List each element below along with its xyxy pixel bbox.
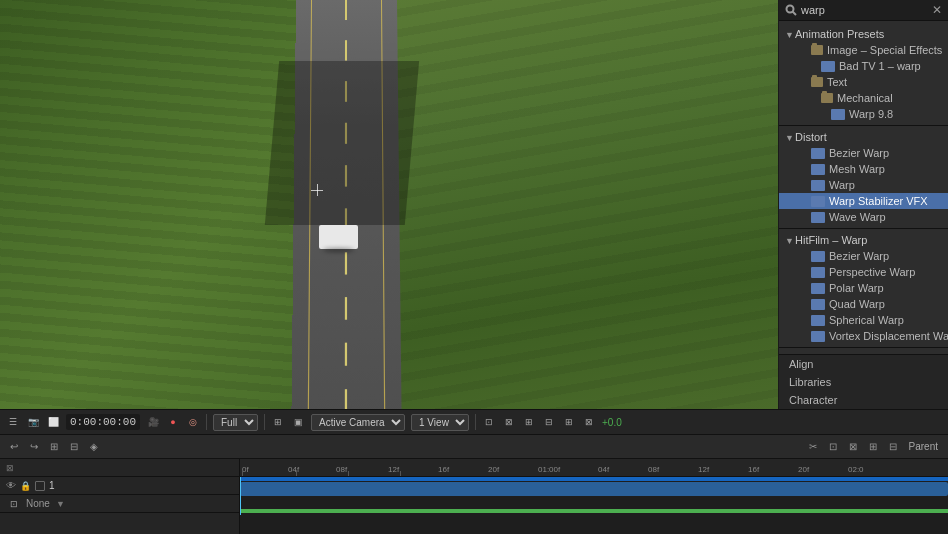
transport-icon-fit[interactable]: ⊡ [482,415,496,429]
section-hitfilm-warp: ▼ HitFilm – Warp Bezier Warp Perspective… [779,231,948,345]
tree-item-hf-vortex-warp[interactable]: Vortex Displacement Warp [779,328,948,344]
aerial-background [0,0,778,409]
transport-icon-list[interactable]: ☰ [6,415,20,429]
transport-icon-camera2[interactable]: 🎥 [146,415,160,429]
search-bar: ✕ [779,0,948,21]
folder-label: Text [827,76,847,88]
track-label-2: ⊡ None ▼ [0,495,239,513]
ruler-mark-12b: 12f [698,465,709,474]
tree-item-hf-perspective-warp[interactable]: Perspective Warp [779,264,948,280]
ruler-mark-12: 12f [388,465,399,474]
ruler-tick [296,471,297,476]
item-label: Vortex Displacement Warp [829,330,948,342]
ruler-mark-08: 08f [336,465,347,474]
tree-item-bezier-warp[interactable]: Bezier Warp [779,145,948,161]
road-shadow [265,61,419,225]
ruler-tick [400,471,401,476]
viewport[interactable] [0,0,778,409]
tree-item-warp-98[interactable]: Warp 9.8 [779,106,948,122]
tool-trim[interactable]: ⊞ [46,439,62,455]
tree-item-hf-quad-warp[interactable]: Quad Warp [779,296,948,312]
ruler-mark-02: 02:0 [848,465,864,474]
track-content [240,477,948,515]
section-distort: ▼ Distort Bezier Warp Mesh Warp Warp [779,128,948,226]
transport-icon-red[interactable]: ● [166,415,180,429]
transport-icon-expand[interactable]: ⊞ [522,415,536,429]
item-label: Bezier Warp [829,250,889,262]
effect-icon [811,299,825,310]
effect-icon [811,315,825,326]
section-header-distort[interactable]: ▼ Distort [779,129,948,145]
tool-razor[interactable]: ⊡ [825,439,841,455]
item-label: Mesh Warp [829,163,885,175]
section-label: HitFilm – Warp [795,234,867,246]
transport-icon-box2[interactable]: ▣ [291,415,305,429]
tool-keyframe[interactable]: ◈ [86,439,102,455]
transport-icon-motion[interactable]: ⊠ [582,415,596,429]
view-select[interactable]: 1 View [411,414,469,431]
tool-scissors[interactable]: ✂ [805,439,821,455]
tool-rate[interactable]: ⊟ [885,439,901,455]
ruler-mark-04: 04f [288,465,299,474]
tab-align[interactable]: Align [779,355,948,373]
transport-icon-camera[interactable]: 📷 [26,415,40,429]
transport-icon-layers[interactable]: ⊟ [542,415,556,429]
folder-label: Mechanical [837,92,893,104]
dropdown-arrow[interactable]: ▼ [56,499,65,509]
ruler-tick [348,471,349,476]
section-header-animation-presets[interactable]: ▼ Animation Presets [779,26,948,42]
track-bar-main[interactable] [240,482,948,496]
tab-libraries[interactable]: Libraries [779,373,948,391]
tree-item-mesh-warp[interactable]: Mesh Warp [779,161,948,177]
transport-icon-grid[interactable]: ⊞ [271,415,285,429]
resolution-select[interactable]: Full [213,414,258,431]
tree-folder-mechanical[interactable]: Mechanical [779,90,948,106]
search-input[interactable] [801,4,928,16]
section-animation-presets: ▼ Animation Presets Image – Special Effe… [779,25,948,123]
tree-item-wave-warp[interactable]: Wave Warp [779,209,948,225]
effect-icon [811,283,825,294]
tool-arrow[interactable]: ↩ [6,439,22,455]
tree-item-hf-polar-warp[interactable]: Polar Warp [779,280,948,296]
divider [779,347,948,348]
visibility-icon[interactable]: 👁 [6,480,16,491]
divider [779,228,948,229]
transport-icon-circle[interactable]: ◎ [186,415,200,429]
tree-folder-image-special[interactable]: Image – Special Effects [779,42,948,58]
tree-item-hf-spherical-warp[interactable]: Spherical Warp [779,312,948,328]
tool-select[interactable]: ↪ [26,439,42,455]
item-label: Bezier Warp [829,147,889,159]
tab-character[interactable]: Character [779,391,948,409]
section-header-hitfilm[interactable]: ▼ HitFilm – Warp [779,232,948,248]
tree-item-warp[interactable]: Warp [779,177,948,193]
tree-item-hf-bezier-warp[interactable]: Bezier Warp [779,248,948,264]
ruler-mark-16: 16f [438,465,449,474]
transport-icon-box[interactable]: ⬜ [46,415,60,429]
item-label: Spherical Warp [829,314,904,326]
transport-icon-snap[interactable]: ⊞ [562,415,576,429]
folder-icon [811,45,823,55]
timeline-content: ⊠ 👁 🔒 1 ⊡ None ▼ 0f [0,459,948,534]
track-checkbox[interactable] [35,481,45,491]
transport-icon-ruler[interactable]: ⊠ [502,415,516,429]
camera-select[interactable]: Active Camera [311,414,405,431]
item-label: Warp [829,179,855,191]
ruler-mark-08b: 08f [648,465,659,474]
tree-item-bad-tv-warp[interactable]: Bad TV 1 – warp [779,58,948,74]
effects-tree[interactable]: ▼ Animation Presets Image – Special Effe… [779,21,948,354]
tool-ripple[interactable]: ⊠ [845,439,861,455]
tree-item-warp-stabilizer-vfx[interactable]: Warp Stabilizer VFX [779,193,948,209]
effect-icon [811,180,825,191]
item-label: Warp 9.8 [849,108,893,120]
tool-rolling[interactable]: ⊞ [865,439,881,455]
folder-icon [821,93,833,103]
none-select-label: None [26,498,50,509]
ruler-label: ⊠ [0,459,239,477]
tool-slip[interactable]: ⊟ [66,439,82,455]
tree-folder-text[interactable]: Text [779,74,948,90]
divider [206,414,207,430]
lock-icon[interactable]: 🔒 [20,481,31,491]
timeline-tracks[interactable]: 0f 04f 08f 12f 16f 20f 01:00f 04f 08f 12… [240,459,948,534]
search-icon [785,4,797,16]
close-button[interactable]: ✕ [932,4,942,16]
